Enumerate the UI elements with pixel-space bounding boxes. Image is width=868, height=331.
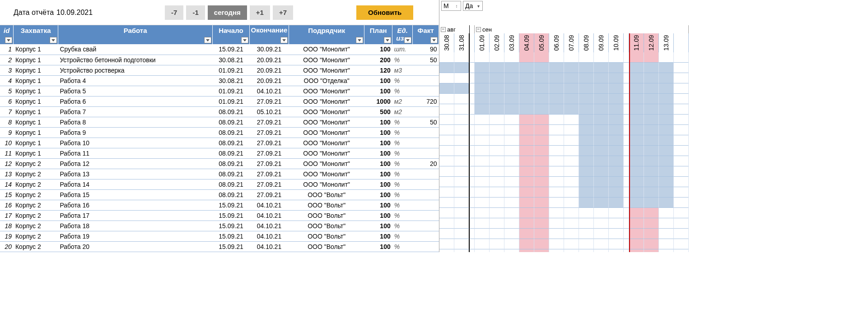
filter-icon[interactable] [204, 37, 211, 43]
gantt-cell[interactable] [594, 63, 609, 73]
table-row[interactable]: 15Корпус 2Работа 1508.09.2127.09.21ООО "… [0, 189, 439, 200]
gantt-cell[interactable] [504, 198, 519, 208]
gantt-cell[interactable] [549, 52, 564, 63]
gantt-cell[interactable] [624, 52, 629, 63]
gantt-cell[interactable] [439, 156, 454, 166]
date-header-cell[interactable]: 30.08 [439, 33, 454, 52]
gantt-cell[interactable] [564, 146, 579, 156]
gantt-cell[interactable] [564, 229, 579, 239]
gantt-cell[interactable] [454, 104, 469, 115]
gantt-cell[interactable] [439, 135, 454, 146]
filter-date[interactable]: Да ▾ [463, 1, 483, 11]
date-header-cell[interactable]: 31.08 [454, 33, 469, 52]
gantt-cell[interactable] [504, 177, 519, 187]
gantt-cell[interactable] [624, 239, 629, 249]
gantt-cell[interactable] [644, 249, 659, 252]
date-header-cell[interactable] [674, 33, 689, 52]
gantt-cell[interactable] [674, 249, 689, 252]
gantt-cell[interactable] [534, 249, 549, 252]
table-row[interactable]: 8Корпус 1Работа 808.09.2127.09.21ООО "Мо… [0, 117, 439, 127]
table-row[interactable]: 1Корпус 1Срубка свай15.09.2130.09.21ООО … [0, 44, 439, 55]
gantt-cell[interactable] [490, 73, 504, 83]
gantt-cell[interactable] [674, 156, 689, 166]
gantt-cell[interactable] [519, 249, 534, 252]
gantt-cell[interactable] [609, 208, 624, 218]
gantt-cell[interactable] [644, 198, 659, 208]
date-header-cell[interactable]: 04.09 [519, 33, 534, 52]
table-row[interactable]: 2Корпус 1Устройство бетонной подготовки3… [0, 55, 439, 65]
gantt-cell[interactable] [534, 125, 549, 135]
gantt-cell[interactable] [469, 115, 475, 125]
gantt-cell[interactable] [519, 135, 534, 146]
gantt-cell[interactable] [609, 249, 624, 252]
gantt-cell[interactable] [594, 94, 609, 104]
gantt-cell[interactable] [644, 156, 659, 166]
gantt-cell[interactable] [454, 63, 469, 73]
gantt-cell[interactable] [549, 166, 564, 177]
gantt-cell[interactable] [644, 104, 659, 115]
gantt-cell[interactable] [659, 208, 674, 218]
gantt-cell[interactable] [674, 135, 689, 146]
report-date-value[interactable]: 10.09.2021 [56, 9, 93, 17]
gantt-cell[interactable] [490, 229, 504, 239]
gantt-cell[interactable] [609, 239, 624, 249]
gantt-cell[interactable] [674, 229, 689, 239]
gantt-cell[interactable] [504, 239, 519, 249]
gantt-cell[interactable] [490, 249, 504, 252]
gantt-cell[interactable] [644, 94, 659, 104]
gantt-cell[interactable] [624, 125, 629, 135]
gantt-cell[interactable] [629, 156, 644, 166]
gantt-cell[interactable] [490, 125, 504, 135]
filter-icon[interactable] [241, 37, 248, 43]
gantt-cell[interactable] [519, 218, 534, 229]
gantt-cell[interactable] [504, 146, 519, 156]
gantt-cell[interactable] [564, 63, 579, 73]
filter-icon[interactable] [430, 37, 438, 43]
gantt-cell[interactable] [674, 177, 689, 187]
gantt-cell[interactable] [534, 115, 549, 125]
table-row[interactable]: 13Корпус 2Работа 1308.09.2127.09.21ООО "… [0, 169, 439, 179]
gantt-cell[interactable] [659, 249, 674, 252]
gantt-cell[interactable] [534, 198, 549, 208]
gantt-cell[interactable] [549, 135, 564, 146]
gantt-cell[interactable] [519, 208, 534, 218]
gantt-cell[interactable] [579, 198, 594, 208]
gantt-cell[interactable] [519, 52, 534, 63]
gantt-cell[interactable] [609, 104, 624, 115]
gantt-cell[interactable] [624, 94, 629, 104]
gantt-cell[interactable] [519, 198, 534, 208]
gantt-cell[interactable] [594, 146, 609, 156]
gantt-cell[interactable] [454, 156, 469, 166]
gantt-cell[interactable] [519, 73, 534, 83]
gantt-cell[interactable] [659, 135, 674, 146]
gantt-cell[interactable] [439, 177, 454, 187]
gantt-cell[interactable] [475, 249, 490, 252]
gantt-cell[interactable] [674, 239, 689, 249]
gantt-cell[interactable] [504, 52, 519, 63]
table-row[interactable]: 18Корпус 2Работа 1815.09.2104.10.21ООО "… [0, 221, 439, 231]
gantt-cell[interactable] [609, 125, 624, 135]
date-header-cell[interactable]: 07.09 [564, 33, 579, 52]
gantt-cell[interactable] [549, 208, 564, 218]
gantt-cell[interactable] [594, 218, 609, 229]
gantt-cell[interactable] [469, 249, 475, 252]
gantt-cell[interactable] [629, 218, 644, 229]
gantt-cell[interactable] [454, 52, 469, 63]
gantt-cell[interactable] [490, 239, 504, 249]
table-row[interactable]: 16Корпус 2Работа 1615.09.2104.10.21ООО "… [0, 200, 439, 210]
gantt-cell[interactable] [454, 135, 469, 146]
gantt-cell[interactable] [609, 166, 624, 177]
filter-icon[interactable] [404, 37, 411, 43]
gantt-cell[interactable] [609, 52, 624, 63]
gantt-cell[interactable] [549, 229, 564, 239]
gantt-cell[interactable] [629, 94, 644, 104]
filter-icon[interactable] [356, 37, 363, 43]
gantt-cell[interactable] [469, 125, 475, 135]
gantt-cell[interactable] [659, 125, 674, 135]
gantt-cell[interactable] [609, 115, 624, 125]
gantt-cell[interactable] [469, 135, 475, 146]
gantt-cell[interactable] [490, 104, 504, 115]
gantt-cell[interactable] [644, 115, 659, 125]
gantt-cell[interactable] [624, 156, 629, 166]
gantt-cell[interactable] [475, 218, 490, 229]
